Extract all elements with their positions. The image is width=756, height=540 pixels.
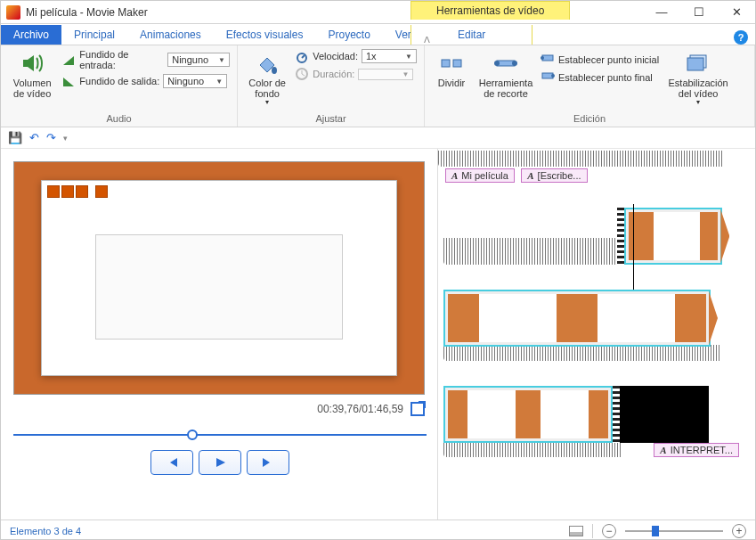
timeline-pane[interactable]: AMi película A[Escribe... AINTERPRET...	[437, 149, 755, 520]
svg-rect-3	[442, 60, 450, 67]
set-start-label: Establecer punto inicial	[558, 54, 659, 65]
duration-label: Duración:	[313, 69, 354, 79]
fade-out-icon	[61, 74, 76, 88]
ribbon-tabstrip: Archivo Principal Animaciones Efectos vi…	[1, 24, 755, 45]
qat-customize[interactable]: ▾	[63, 134, 68, 143]
group-audio-label: Audio	[8, 111, 230, 127]
status-bar: Elemento 3 de 4 − +	[1, 520, 755, 540]
bg-color-button[interactable]: Color de fondo▾	[245, 49, 289, 107]
set-end-button[interactable]: Establecer punto final	[541, 70, 659, 85]
duration-icon	[295, 67, 309, 81]
video-volume-button[interactable]: Volumen de vídeo	[8, 49, 56, 99]
prev-frame-button[interactable]	[150, 450, 193, 475]
svg-rect-13	[687, 58, 703, 70]
audio-wave[interactable]	[443, 238, 622, 265]
fade-in-combo[interactable]: Ninguno▼	[167, 53, 230, 67]
trim-tool-label: Herramienta de recorte	[476, 78, 535, 99]
audio-track-top[interactable]	[438, 151, 723, 167]
speed-label: Velocidad:	[313, 51, 358, 61]
title-bar: Mi película - Movie Maker Herramientas d…	[1, 1, 755, 24]
svg-point-11	[551, 74, 555, 78]
tab-visual-effects[interactable]: Efectos visuales	[214, 25, 316, 45]
fade-in-label: Fundido de entrada:	[79, 49, 164, 70]
title-clip-3[interactable]: AINTERPRET...	[654, 443, 739, 457]
tab-file[interactable]: Archivo	[1, 25, 61, 45]
trim-tool-button[interactable]: Herramienta de recorte	[476, 49, 535, 99]
trim-icon	[493, 51, 518, 76]
undo-button[interactable]: ↶	[29, 131, 39, 144]
video-volume-label: Volumen de vídeo	[8, 78, 56, 99]
fullscreen-icon[interactable]	[411, 402, 425, 416]
video-preview[interactable]	[13, 161, 425, 395]
stabilization-label: Estabilización del vídeo	[664, 78, 732, 99]
set-end-icon	[541, 70, 555, 85]
tab-animations[interactable]: Animaciones	[127, 25, 214, 45]
ribbon: Volumen de vídeo Fundido de entrada: Nin…	[1, 45, 755, 127]
thumbnail-size-icon[interactable]	[569, 526, 583, 536]
svg-rect-4	[453, 60, 461, 67]
time-display: 00:39,76/01:46,59	[317, 403, 403, 415]
help-icon[interactable]: ?	[734, 30, 748, 45]
speaker-icon	[20, 51, 45, 76]
play-button[interactable]	[199, 450, 241, 475]
stabilization-icon	[686, 51, 711, 76]
content-area: 00:39,76/01:46,59 AMi película A[Escribe…	[1, 149, 755, 520]
tab-edit[interactable]: Editar	[411, 25, 532, 45]
video-clip-3[interactable]	[443, 386, 613, 443]
svg-point-0	[272, 67, 277, 74]
svg-point-7	[512, 61, 517, 66]
app-icon	[6, 5, 20, 20]
fade-in-icon	[61, 53, 76, 67]
seek-thumb[interactable]	[187, 430, 198, 440]
group-edit-label: Edición	[432, 111, 747, 127]
audio-wave-2[interactable]	[443, 345, 719, 361]
save-button[interactable]: 💾	[8, 131, 22, 144]
zoom-out-button[interactable]: −	[602, 524, 616, 538]
title-clip-2[interactable]: A[Escribe...	[521, 168, 587, 183]
preview-pane: 00:39,76/01:46,59	[1, 149, 437, 520]
bg-color-label: Color de fondo	[245, 78, 289, 99]
duration-combo[interactable]: ▼	[358, 69, 413, 80]
status-element-count: Elemento 3 de 4	[10, 526, 81, 536]
svg-point-9	[541, 56, 544, 60]
fade-out-label: Fundido de salida:	[79, 76, 159, 86]
video-clip-black[interactable]	[620, 386, 709, 443]
fade-out-combo[interactable]: Ninguno▼	[163, 74, 227, 88]
set-end-label: Establecer punto final	[558, 72, 653, 83]
split-icon	[439, 51, 464, 76]
tab-home[interactable]: Principal	[61, 25, 127, 45]
speed-combo[interactable]: 1x▼	[362, 49, 417, 63]
seek-slider[interactable]	[13, 429, 427, 441]
tab-project[interactable]: Proyecto	[315, 25, 382, 45]
paint-bucket-icon	[255, 51, 280, 76]
close-button[interactable]: ✕	[718, 1, 755, 24]
next-frame-button[interactable]	[247, 450, 289, 475]
zoom-slider[interactable]	[625, 530, 723, 532]
stabilization-button[interactable]: Estabilización del vídeo▾	[664, 49, 732, 107]
video-clip-1[interactable]	[624, 208, 722, 265]
redo-button[interactable]: ↷	[46, 131, 56, 144]
title-clip-1[interactable]: AMi película	[445, 168, 515, 183]
group-adjust-label: Ajustar	[245, 111, 417, 127]
contextual-tab-header: Herramientas de vídeo	[411, 1, 570, 20]
window-title: Mi película - Movie Maker	[26, 6, 148, 19]
speed-icon	[295, 49, 309, 63]
set-start-button[interactable]: Establecer punto inicial	[541, 53, 659, 67]
zoom-in-button[interactable]: +	[732, 524, 746, 538]
svg-point-6	[494, 61, 500, 66]
film-edge-icon	[617, 208, 624, 265]
split-button[interactable]: Dividir	[432, 49, 471, 88]
split-label: Dividir	[438, 78, 466, 88]
video-clip-2[interactable]	[443, 290, 711, 347]
set-start-icon	[541, 53, 555, 67]
quick-access-toolbar: 💾 ↶ ↷ ▾	[1, 127, 755, 149]
maximize-button[interactable]: ☐	[680, 1, 718, 24]
minimize-button[interactable]: —	[643, 1, 680, 24]
